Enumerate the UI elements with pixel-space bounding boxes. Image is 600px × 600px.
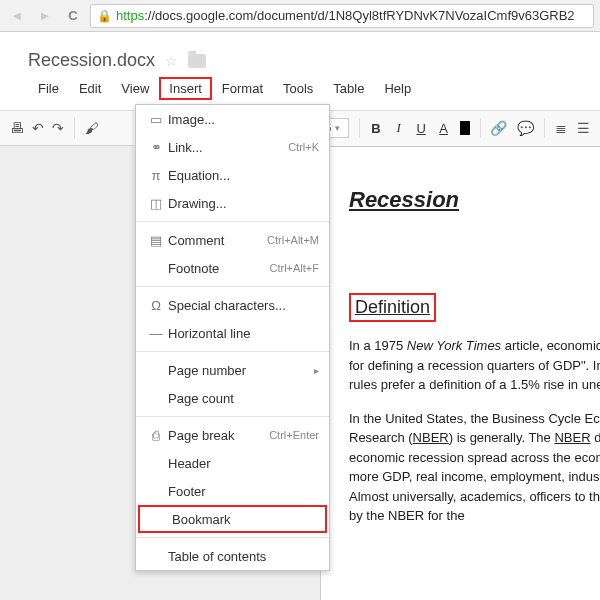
shortcut-label: Ctrl+K bbox=[288, 141, 319, 153]
separator bbox=[136, 221, 329, 222]
menu-help[interactable]: Help bbox=[374, 77, 421, 100]
omega-icon: Ω bbox=[144, 298, 168, 313]
menu-tools[interactable]: Tools bbox=[273, 77, 323, 100]
equation-icon: π bbox=[144, 168, 168, 183]
underlined-text: NBER bbox=[413, 430, 449, 445]
menu-edit[interactable]: Edit bbox=[69, 77, 111, 100]
comment-icon: ▤ bbox=[144, 233, 168, 248]
redo-icon[interactable]: ↷ bbox=[52, 120, 64, 136]
doc-paragraph[interactable]: In a 1975 New York Times article, econom… bbox=[349, 336, 600, 395]
menu-file[interactable]: File bbox=[28, 77, 69, 100]
undo-icon[interactable]: ↶ bbox=[32, 120, 44, 136]
submenu-arrow-icon: ▸ bbox=[314, 365, 319, 376]
shortcut-label: Ctrl+Alt+M bbox=[267, 234, 319, 246]
menu-item-horizontal-line[interactable]: — Horizontal line bbox=[136, 319, 329, 347]
print-icon[interactable]: 🖶 bbox=[10, 120, 24, 136]
separator bbox=[480, 118, 481, 138]
back-button[interactable]: ◄ bbox=[6, 5, 28, 27]
italic-text: New York Times bbox=[407, 338, 501, 353]
drawing-icon: ◫ bbox=[144, 196, 168, 211]
doc-header: Recession.docx ☆ File Edit View Insert F… bbox=[0, 32, 600, 100]
dropdown-caret-icon: ▾ bbox=[335, 123, 340, 133]
separator bbox=[136, 416, 329, 417]
menu-item-comment[interactable]: ▤ Comment Ctrl+Alt+M bbox=[136, 226, 329, 254]
insert-menu-dropdown: ▭ Image... ⚭ Link... Ctrl+K π Equation..… bbox=[135, 104, 330, 571]
highlight-color-button[interactable] bbox=[460, 121, 470, 135]
menu-item-toc[interactable]: Table of contents bbox=[136, 542, 329, 570]
lock-icon: 🔒 bbox=[97, 9, 112, 23]
numbered-list-icon[interactable]: ≣ bbox=[555, 120, 567, 136]
italic-button[interactable]: I bbox=[392, 120, 405, 136]
menu-item-bookmark[interactable]: Bookmark bbox=[140, 507, 325, 531]
menu-item-equation[interactable]: π Equation... bbox=[136, 161, 329, 189]
link-icon: ⚭ bbox=[144, 140, 168, 155]
page-break-icon: ⎙ bbox=[144, 428, 168, 443]
browser-toolbar: ◄ ► C 🔒 https://docs.google.com/document… bbox=[0, 0, 600, 32]
document-page[interactable]: Recession Definition In a 1975 New York … bbox=[320, 146, 600, 600]
shortcut-label: Ctrl+Enter bbox=[269, 429, 319, 441]
separator bbox=[136, 537, 329, 538]
shortcut-label: Ctrl+Alt+F bbox=[269, 262, 319, 274]
menu-view[interactable]: View bbox=[111, 77, 159, 100]
url-protocol: https bbox=[116, 8, 144, 23]
separator bbox=[136, 351, 329, 352]
separator bbox=[74, 118, 75, 138]
reload-button[interactable]: C bbox=[62, 5, 84, 27]
menu-item-page-break[interactable]: ⎙ Page break Ctrl+Enter bbox=[136, 421, 329, 449]
hr-icon: — bbox=[144, 326, 168, 341]
doc-title[interactable]: Recession.docx bbox=[28, 50, 155, 71]
menu-item-special-chars[interactable]: Ω Special characters... bbox=[136, 291, 329, 319]
url-path: ://docs.google.com/document/d/1N8Qyl8tfR… bbox=[144, 8, 574, 23]
doc-paragraph[interactable]: In the United States, the Business Cycle… bbox=[349, 409, 600, 526]
underline-button[interactable]: U bbox=[415, 121, 428, 136]
menu-item-image[interactable]: ▭ Image... bbox=[136, 105, 329, 133]
menu-item-link[interactable]: ⚭ Link... Ctrl+K bbox=[136, 133, 329, 161]
insert-link-icon[interactable]: 🔗 bbox=[490, 120, 507, 136]
url-bar[interactable]: 🔒 https://docs.google.com/document/d/1N8… bbox=[90, 4, 594, 28]
menu-item-page-count[interactable]: Page count bbox=[136, 384, 329, 412]
image-icon: ▭ bbox=[144, 112, 168, 127]
forward-button[interactable]: ► bbox=[34, 5, 56, 27]
text-color-button[interactable]: A bbox=[437, 121, 450, 136]
menu-item-page-number[interactable]: Page number ▸ bbox=[136, 356, 329, 384]
menu-bar: File Edit View Insert Format Tools Table… bbox=[28, 77, 600, 100]
separator bbox=[544, 118, 545, 138]
separator bbox=[136, 286, 329, 287]
menu-insert[interactable]: Insert bbox=[159, 77, 212, 100]
paint-format-icon[interactable]: 🖌 bbox=[85, 120, 99, 136]
menu-item-header[interactable]: Header bbox=[136, 449, 329, 477]
highlighted-item: Bookmark bbox=[138, 505, 327, 533]
menu-table[interactable]: Table bbox=[323, 77, 374, 100]
underlined-text: NBER bbox=[554, 430, 590, 445]
bulleted-list-icon[interactable]: ☰ bbox=[577, 120, 590, 136]
menu-item-drawing[interactable]: ◫ Drawing... bbox=[136, 189, 329, 217]
insert-comment-icon[interactable]: 💬 bbox=[517, 120, 534, 136]
doc-heading-2[interactable]: Definition bbox=[355, 297, 430, 317]
menu-item-footnote[interactable]: Footnote Ctrl+Alt+F bbox=[136, 254, 329, 282]
doc-heading-1[interactable]: Recession bbox=[349, 187, 600, 213]
menu-item-footer[interactable]: Footer bbox=[136, 477, 329, 505]
folder-icon[interactable] bbox=[188, 54, 206, 68]
bold-button[interactable]: B bbox=[370, 121, 383, 136]
menu-format[interactable]: Format bbox=[212, 77, 273, 100]
separator bbox=[359, 118, 360, 138]
star-icon[interactable]: ☆ bbox=[165, 53, 178, 69]
highlighted-heading: Definition bbox=[349, 293, 436, 322]
